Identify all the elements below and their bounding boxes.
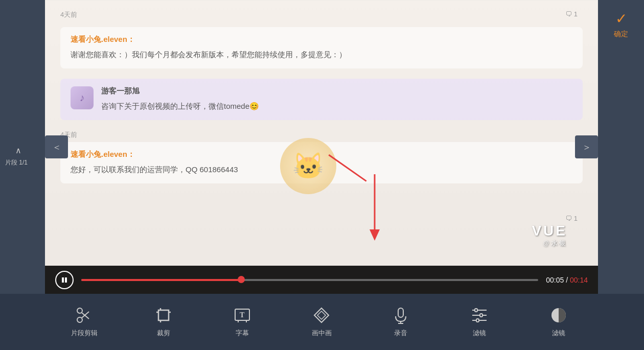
record-label: 录音: [394, 329, 407, 338]
time-current: 00:05: [546, 276, 564, 284]
comment-count-3: 🗨 1: [565, 215, 578, 222]
watermark-sub: @水银: [532, 239, 567, 248]
svg-rect-3: [62, 277, 64, 283]
tool-more[interactable]: 滤镜: [519, 301, 598, 343]
svg-rect-28: [476, 319, 479, 322]
right-arrow-icon: ＞: [582, 141, 591, 153]
tool-subtitle[interactable]: T 字幕: [203, 301, 282, 343]
segment-up-arrow[interactable]: ∧: [15, 146, 21, 155]
confirm-label: 确定: [614, 30, 628, 39]
to-label: To: [293, 291, 301, 299]
left-sidebar: ∧ 片段 1/1: [0, 0, 45, 294]
confirm-section[interactable]: ✓ 确定: [614, 10, 628, 39]
svg-rect-26: [475, 309, 477, 312]
filter-label: 滤镜: [473, 329, 486, 338]
svg-rect-9: [158, 310, 169, 320]
music-note-icon: ♪: [80, 92, 85, 104]
svg-point-6: [77, 308, 82, 313]
svg-rect-4: [65, 277, 67, 283]
mascot: 🐱: [280, 138, 336, 194]
svg-point-5: [77, 317, 82, 322]
comment-text-2: 咨询下关于原创视频的上传呀，微信tomede😊: [101, 100, 572, 112]
time-separator: /: [566, 276, 568, 284]
comment-count-1: 🗨 1: [565, 10, 578, 18]
check-icon: ✓: [615, 10, 627, 27]
circle-half-icon: [549, 306, 568, 324]
time-display: 00:05 / 00:14: [546, 276, 588, 284]
progress-bar[interactable]: [81, 279, 538, 281]
pause-icon: [61, 276, 68, 284]
tool-record[interactable]: 录音: [361, 301, 440, 343]
svg-line-8: [82, 313, 89, 319]
vue-watermark: VUE @水银: [532, 223, 567, 248]
to-text-overlay: To: [293, 288, 372, 350]
red-arrow-svg: [359, 174, 390, 246]
svg-rect-27: [480, 314, 482, 317]
comment-author-2: 游客一那旭: [101, 86, 572, 96]
vue-text: VUE: [532, 223, 567, 239]
video-area: 4天前 🗨 1 速看小兔.eleven： 谢谢您能喜欢：）我们每个月都会发布新版…: [45, 0, 598, 294]
progress-fill: [81, 279, 241, 281]
nav-arrow-right[interactable]: ＞: [575, 135, 598, 158]
segment-edit-label: 片段剪辑: [71, 329, 98, 338]
time-total: 00:14: [570, 276, 588, 284]
svg-text:T: T: [240, 311, 245, 319]
segment-info: 片段 1/1: [5, 158, 28, 167]
more-label: 滤镜: [552, 329, 565, 338]
crop-label: 裁剪: [157, 329, 170, 338]
tool-segment-edit[interactable]: 片段剪辑: [45, 301, 124, 343]
subtitle-icon: T: [233, 306, 251, 324]
left-arrow-icon: ＜: [52, 141, 61, 153]
tool-filter[interactable]: 滤镜: [440, 301, 519, 343]
pause-button[interactable]: [55, 271, 74, 289]
comment-content-2: 游客一那旭 咨询下关于原创视频的上传呀，微信tomede😊: [101, 86, 572, 112]
nav-arrow-left[interactable]: ＜: [45, 135, 68, 158]
svg-line-7: [82, 312, 89, 318]
comment-box-1: 速看小兔.eleven： 谢谢您能喜欢：）我们每个月都会发布新版本，希望您能持续…: [60, 27, 583, 68]
mascot-image: 🐱: [280, 138, 336, 194]
tool-crop[interactable]: 裁剪: [124, 301, 203, 343]
filter-icon: [470, 306, 489, 324]
mic-icon: [392, 306, 410, 324]
comment-author-1: 速看小兔.eleven：: [71, 35, 572, 44]
svg-marker-1: [370, 229, 380, 241]
progress-handle[interactable]: [238, 276, 245, 283]
svg-rect-20: [398, 308, 403, 317]
comment-text-1: 谢谢您能喜欢：）我们每个月都会发布新版本，希望您能持续使用，多提意见：）: [71, 49, 572, 61]
scissors-icon: [75, 306, 94, 324]
crop-icon: [154, 306, 173, 324]
comment-box-2: ♪ 游客一那旭 咨询下关于原创视频的上传呀，微信tomede😊: [60, 79, 583, 120]
subtitle-label: 字幕: [236, 329, 249, 338]
music-avatar: ♪: [71, 86, 94, 109]
days-ago-1: 4天前: [60, 10, 583, 19]
